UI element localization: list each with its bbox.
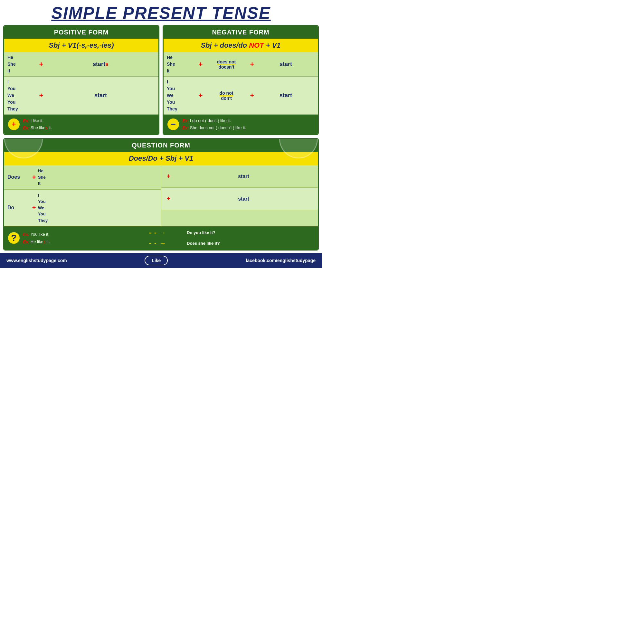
positive-row-2: IYouWeYouThey + start [4, 77, 158, 115]
arrow-2: - - → [149, 240, 166, 247]
footer-left: www.englishstudypage.com [6, 258, 67, 263]
verb-starts: starts [46, 61, 155, 68]
answer-2: Does she like it? [187, 241, 314, 246]
arrow-area: - - → - - → [132, 229, 184, 247]
question-header: QUESTION FORM [4, 139, 318, 152]
negative-row-2: IYouWeYouThey + do not don't + start [164, 77, 318, 115]
negative-row-1: HeSheIt + does not doesn't + start [164, 52, 318, 77]
neg-subject-i-you-we: IYouWeYouThey [167, 79, 196, 112]
footer-bar: www.englishstudypage.com Like facebook.c… [0, 253, 322, 268]
neg-subject-he-she-it: HeSheIt [167, 54, 196, 74]
question-answers: Do you like it? Does she like it? [187, 230, 314, 246]
question-examples: ? Ex: You like it. Ex: He likes it. - - … [4, 226, 318, 250]
q-verb-2: start [173, 196, 315, 202]
question-badge: ? [8, 232, 20, 244]
positive-form-box: POSITIVE FORM Sbj + V1(-s,-es,-ies) HeSh… [3, 25, 159, 135]
answer-1: Do you like it? [187, 230, 314, 235]
main-title: SIMPLE PRESENT TENSE [0, 0, 322, 25]
q-plus-2: + [30, 204, 38, 212]
question-table: Does + HeSheIt Do + IYouWeYouThey + star… [4, 165, 318, 226]
q-subj-2: IYouWeYouThey [38, 192, 157, 224]
positive-examples-text: Ex: I like it. Ex: She likes it. [23, 117, 52, 131]
neg-do-not: do not don't [205, 90, 247, 101]
question-left: Does + HeSheIt Do + IYouWeYouThey [4, 165, 161, 226]
negative-form-box: NEGATIVE FORM Sbj + does/do NOT + V1 HeS… [163, 25, 319, 135]
negative-badge: − [167, 118, 179, 130]
question-row-r2: + start [161, 188, 318, 210]
q-plus-r1: + [165, 173, 173, 180]
positive-formula: Sbj + V1(-s,-es,-ies) [4, 39, 158, 52]
q-do: Do [7, 205, 30, 211]
arrow-row-2: - - → [149, 240, 166, 247]
q-subj-1: HeSheIt [38, 168, 157, 187]
question-row-r1: + start [161, 165, 318, 188]
positive-badge: + [8, 118, 20, 130]
question-row-2: Do + IYouWeYouThey [4, 190, 161, 227]
subject-he-she-it: HeSheIt [7, 54, 36, 74]
negative-header: NEGATIVE FORM [164, 26, 318, 39]
plus-1: + [36, 60, 46, 69]
q-does: Does [7, 174, 30, 180]
neg-plus-2: + [247, 60, 257, 69]
question-right: + start + start [161, 165, 318, 226]
positive-examples: + Ex: I like it. Ex: She likes it. [4, 115, 158, 134]
question-row-1: Does + HeSheIt [4, 165, 161, 190]
q-plus-r2: + [165, 195, 173, 203]
neg-verb-1: start [257, 61, 315, 68]
subject-i-you-we: IYouWeYouThey [7, 79, 36, 112]
neg-does-not: does not doesn't [205, 59, 247, 70]
negative-examples: − Ex: I do not ( don't ) like it. Ex: Sh… [164, 115, 318, 134]
question-formula: Does/Do + Sbj + V1 [4, 152, 318, 165]
positive-header: POSITIVE FORM [4, 26, 158, 39]
negative-formula: Sbj + does/do NOT + V1 [164, 39, 318, 52]
question-form-box: QUESTION FORM Does/Do + Sbj + V1 Does + … [3, 138, 319, 251]
like-button[interactable]: Like [145, 256, 168, 265]
neg-plus-4: + [247, 91, 257, 100]
footer-right: facebook.com/englishstudypage [246, 258, 316, 263]
neg-verb-2: start [257, 92, 315, 99]
q-plus-1: + [30, 174, 38, 181]
verb-start: start [46, 92, 155, 99]
arrow-row-1: - - → [149, 229, 166, 236]
negative-examples-text: Ex: I do not ( don't ) like it. Ex: She … [182, 117, 246, 131]
question-examples-text: Ex: You like it. Ex: He likes it. [23, 231, 129, 246]
arrow-1: - - → [149, 229, 166, 236]
plus-2: + [36, 91, 46, 100]
q-verb-1: start [173, 174, 315, 179]
neg-plus-1: + [196, 60, 205, 69]
positive-row-1: HeSheIt + starts [4, 52, 158, 77]
neg-plus-3: + [196, 91, 205, 100]
